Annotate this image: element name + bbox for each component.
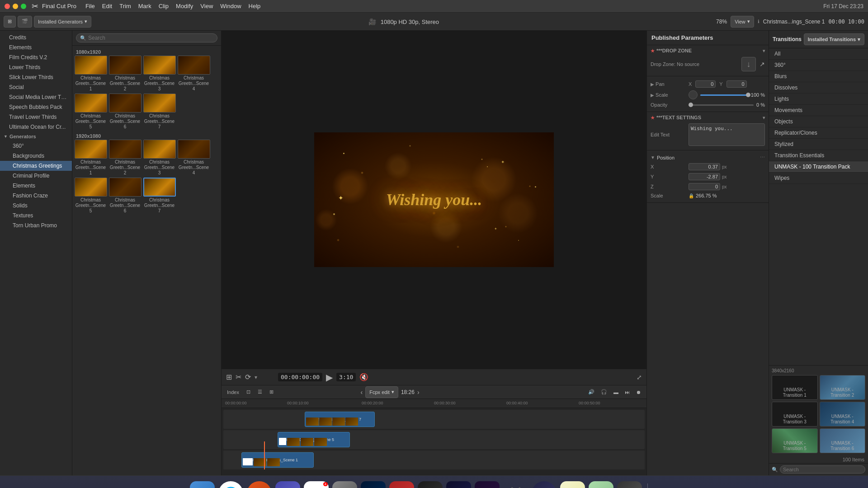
trans-cat-objects[interactable]: Objects (769, 116, 868, 127)
thumb-hd-scene-2[interactable]: ChristmasGreetn...Scene 2 (108, 140, 142, 176)
skip-btn[interactable]: ⏭ (623, 388, 632, 396)
dock-firefox[interactable]: 🦊 (503, 481, 528, 488)
menu-window[interactable]: Window (220, 3, 241, 9)
clip-view-btn[interactable]: ⊡ (245, 388, 252, 396)
dock-notes[interactable]: 📝 (560, 481, 585, 488)
trans-thumb-1[interactable]: UNMASK -Transition 1 (772, 375, 818, 400)
dock-clip[interactable]: 🎞 (389, 481, 414, 488)
dock-photoshop[interactable]: Ps (361, 481, 386, 488)
trans-thumb-5[interactable]: UNMASK -Transition 5 (772, 428, 818, 453)
sidebar-item-social-media[interactable]: Social Media Lower Th... (0, 92, 72, 102)
thumb-scene-6[interactable]: ChristmasGreetn...Scene 6 (108, 94, 142, 130)
sidebar-item-lower-thirds[interactable]: Lower Thirds (0, 62, 72, 72)
trans-cat-blurs[interactable]: Blurs (769, 71, 868, 82)
sidebar-generators-header[interactable]: ▼ Generators (0, 132, 72, 141)
view-btn[interactable]: View▾ (731, 16, 754, 28)
sidebar-item-backgrounds[interactable]: Backgrounds (0, 151, 72, 161)
fullscreen-btn[interactable]: ⤢ (637, 374, 642, 381)
sidebar-item-solids[interactable]: Solids (0, 201, 72, 211)
search-input[interactable] (88, 35, 213, 41)
trans-cat-replicator[interactable]: Replicator/Clones (769, 127, 868, 139)
playback-controls[interactable]: ⊞ (226, 373, 232, 381)
menu-trim[interactable]: Trim (119, 3, 131, 9)
clip-scene7[interactable]: Christmas Greetings_Scene 7 (305, 412, 375, 427)
search-box[interactable]: 🔍 (76, 33, 217, 42)
dock-launchpad[interactable]: ⊞ (275, 481, 300, 488)
thumb-scene-7[interactable]: ChristmasGreetn...Scene 7 (143, 94, 176, 130)
nav-prev[interactable]: ‹ (361, 389, 363, 396)
menu-view[interactable]: View (200, 3, 213, 9)
sidebar-item-textures[interactable]: Textures (0, 211, 72, 221)
trans-cat-stylized[interactable]: Stylized (769, 139, 868, 150)
index-btn[interactable]: Index (225, 389, 241, 396)
clip-scene1[interactable]: Christmas Greetings_Scene 1 (241, 452, 314, 468)
dock-preview[interactable]: 🖼 (589, 481, 613, 488)
sidebar-item-slick-lower[interactable]: Slick Lower Thirds (0, 72, 72, 82)
sidebar-item-film-credits[interactable]: Film Credits V.2 (0, 52, 72, 62)
effects-btn[interactable]: ⟳ (245, 373, 251, 381)
thumb-hd-scene-3[interactable]: ChristmasGreetn...Scene 3 (143, 140, 176, 176)
dock-finder[interactable]: 🖥 (190, 481, 215, 488)
position-toggle[interactable]: ▼ Position (651, 155, 675, 160)
trans-cat-dissolves[interactable]: Dissolves (769, 82, 868, 94)
thumb-hd-scene-6[interactable]: ChristmasGreetn...Scene 6 (108, 178, 142, 214)
trans-cat-unmask[interactable]: UNMASK - 100 Transition Pack (769, 161, 868, 173)
dock-davinci[interactable]: 🎨 (418, 481, 443, 488)
trim-tool[interactable]: ✂ (236, 373, 241, 381)
dock-premiere[interactable]: Pr (475, 481, 500, 488)
headphone-btn[interactable]: 🎧 (599, 388, 609, 396)
dock-obs[interactable]: 📡 (532, 481, 557, 488)
fullscreen-button[interactable] (21, 4, 26, 9)
dock-fcp[interactable]: 🎬 (617, 481, 642, 488)
nav-next[interactable]: › (417, 389, 420, 396)
sidebar-item-criminal[interactable]: Criminal Profile (0, 171, 72, 181)
thumb-hd-scene-7[interactable]: ChristmasGreetn...Scene 7 (143, 178, 176, 214)
menu-clip[interactable]: Clip (159, 3, 169, 9)
sidebar-item-elements2[interactable]: Elements (0, 181, 72, 191)
record-btn[interactable]: ⏺ (634, 388, 643, 396)
generators-select[interactable]: Installed Generators ▾ (34, 16, 91, 28)
sidebar-item-speech[interactable]: Speech Bubbles Pack (0, 102, 72, 112)
library-btn[interactable]: ⊞ (4, 16, 16, 28)
menu-help[interactable]: Help (249, 3, 261, 9)
opacity-slider[interactable] (689, 104, 754, 106)
trans-cat-360[interactable]: 360° (769, 60, 868, 71)
sidebar-item-torn[interactable]: Torn Urban Promo (0, 221, 72, 230)
sidebar-item-fashion[interactable]: Fashion Craze (0, 191, 72, 201)
drop-zone-button[interactable]: ↓ (741, 57, 756, 71)
trans-thumb-3[interactable]: UNMASK -Transition 3 (772, 402, 818, 427)
thumb-hd-scene-5[interactable]: ChristmasGreetn...Scene 5 (74, 178, 107, 214)
minimize-button[interactable] (13, 4, 18, 9)
thumb-hd-scene-1[interactable]: ChristmasGreetn...Scene 1 (74, 140, 107, 176)
trans-thumb-4[interactable]: UNMASK -Transition 4 (820, 402, 866, 427)
trans-thumb-2[interactable]: UNMASK -Transition 2 (820, 375, 866, 400)
installed-transitions-btn[interactable]: Installed Transitions ▾ (804, 33, 864, 45)
thumb-scene-4[interactable]: ChristmasGreetn...Scene 4 (177, 56, 210, 92)
dock-appstore[interactable]: 🎬 4 (304, 481, 329, 488)
pos-x-input[interactable] (689, 163, 720, 170)
sidebar-item-credits[interactable]: Credits (0, 33, 72, 42)
menu-modify[interactable]: Modify (176, 3, 193, 9)
menu-bar[interactable]: File Edit Trim Mark Clip Modify View Win… (85, 3, 260, 9)
dock-motion[interactable]: 🎯 (332, 481, 357, 488)
clip-list-btn[interactable]: ☰ (256, 388, 264, 396)
pan-x-input[interactable] (695, 80, 716, 88)
sidebar-item-360[interactable]: 360° (0, 141, 72, 151)
pos-y-input[interactable] (689, 173, 720, 180)
trans-cat-movements[interactable]: Movements (769, 105, 868, 116)
dock-after-effects[interactable]: Ae (446, 481, 471, 488)
menu-edit[interactable]: Edit (102, 3, 112, 9)
menu-file[interactable]: File (85, 3, 95, 9)
clip-settings-btn[interactable]: ⊞ (268, 388, 275, 396)
dock-chrome[interactable]: 🌐 (218, 481, 243, 488)
clip-scene5[interactable]: Christmas Greetings_Scene 5 (278, 432, 350, 447)
thumb-scene-2[interactable]: ChristmasGreetn...Scene 2 (108, 56, 142, 92)
dock-brave[interactable]: 🦁 (247, 481, 272, 488)
transitions-search-input[interactable] (780, 465, 865, 474)
edit-text-input[interactable]: Wishing you... (689, 123, 765, 146)
browser-btn[interactable]: 🎬 (18, 16, 32, 28)
pos-z-input[interactable] (689, 183, 720, 190)
position-expand[interactable]: ⋯ (760, 155, 765, 160)
sidebar-item-social[interactable]: Social (0, 82, 72, 92)
trans-cat-essentials[interactable]: Transition Essentials (769, 150, 868, 161)
